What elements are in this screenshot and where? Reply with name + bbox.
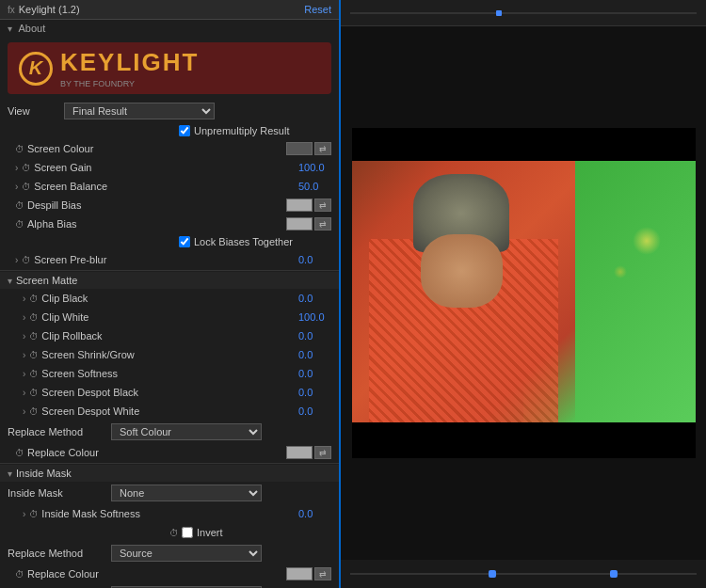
video-frame — [352, 161, 696, 422]
keylight-circle-icon: K — [19, 52, 53, 86]
clip-white-clock-icon: ⏱ — [29, 312, 39, 323]
plugin-title: Keylight (1.2) — [19, 4, 80, 15]
clip-black-row: › ⏱ Clip Black 0.0 — [0, 289, 339, 308]
inside-replace-colour-clock-icon: ⏱ — [15, 569, 24, 580]
fx-label: fx — [8, 5, 15, 15]
screen-softness-arrow[interactable]: › — [23, 369, 25, 379]
inside-replace-method-label: Replace Method — [8, 548, 111, 559]
screen-pre-blur-row: › ⏱ Screen Pre-blur 0.0 — [0, 250, 339, 269]
inside-mask-select-label: Inside Mask — [8, 487, 111, 499]
screen-despot-black-clock-icon: ⏱ — [29, 388, 39, 398]
inside-mask-header[interactable]: ▾ Inside Mask — [0, 465, 339, 482]
lock-biases-checkbox[interactable] — [179, 236, 190, 247]
inside-replace-method-dropdown[interactable]: Source — [111, 545, 262, 562]
preview-area — [341, 26, 706, 560]
clip-rollback-arrow[interactable]: › — [23, 331, 25, 342]
screen-pre-blur-label: Screen Pre-blur — [34, 254, 295, 265]
screen-despot-black-arrow[interactable]: › — [23, 388, 25, 398]
clip-rollback-label: Clip Rollback — [41, 330, 295, 342]
screen-despot-black-value: 0.0 — [298, 387, 331, 398]
clip-black-clock-icon: ⏱ — [29, 294, 39, 304]
clip-black-arrow[interactable]: › — [23, 294, 25, 304]
screen-gain-clock-icon: ⏱ — [22, 163, 31, 173]
keylight-text-group: KEYLIGHT BY THE FOUNDRY — [60, 48, 199, 88]
about-expand-arrow[interactable]: ▾ — [8, 24, 12, 34]
inside-invert-row: ⏱ Invert — [0, 523, 339, 542]
alpha-bias-swatch-light[interactable] — [286, 217, 313, 230]
lens-flare-small — [614, 265, 627, 278]
despill-bias-swap[interactable]: ⇄ — [314, 199, 331, 212]
top-timeline-bar — [350, 12, 697, 14]
screen-despot-white-clock-icon: ⏱ — [29, 406, 39, 417]
clip-rollback-clock-icon: ⏱ — [29, 331, 39, 342]
inside-mask-select-row: Inside Mask None — [0, 482, 339, 504]
screen-gain-row: › ⏱ Screen Gain 100.0 — [0, 158, 339, 177]
screen-softness-label: Screen Softness — [41, 368, 295, 379]
top-timeline-marker — [496, 10, 502, 16]
clip-white-arrow[interactable]: › — [23, 312, 25, 323]
inside-invert-label: Invert — [197, 527, 331, 538]
despill-bias-swatch: ⇄ — [286, 199, 331, 212]
timeline-bar — [350, 573, 697, 575]
alpha-bias-row: ⏱ Alpha Bias ⇄ — [0, 215, 339, 233]
screen-pre-blur-clock-icon: ⏱ — [22, 255, 31, 265]
replace-colour-label: Replace Colour — [27, 447, 282, 458]
screen-despot-black-label: Screen Despot Black — [41, 387, 295, 398]
keylight-subtitle: BY THE FOUNDRY — [60, 79, 199, 88]
despill-bias-row: ⏱ Despill Bias ⇄ — [0, 196, 339, 215]
divider-1 — [0, 270, 339, 271]
screen-gain-value: 100.0 — [298, 162, 331, 173]
divider-2 — [0, 463, 339, 464]
inside-replace-colour-swap[interactable]: ⇄ — [314, 567, 331, 580]
inside-replace-colour-row: ⏱ Replace Colour ⇄ — [0, 564, 339, 583]
face-area — [421, 234, 504, 308]
bottom-timeline — [341, 560, 706, 588]
clip-rollback-value: 0.0 — [298, 330, 331, 342]
screen-despot-black-row: › ⏱ Screen Despot Black 0.0 — [0, 383, 339, 402]
screen-colour-swap[interactable]: ⇄ — [314, 142, 331, 155]
inside-invert-checkbox[interactable] — [182, 527, 193, 538]
alpha-bias-swap[interactable]: ⇄ — [314, 217, 331, 230]
despill-bias-label: Despill Bias — [27, 199, 282, 211]
inside-mask-dropdown[interactable]: None — [111, 485, 262, 501]
reset-button[interactable]: Reset — [304, 4, 331, 15]
unpremultiply-checkbox[interactable] — [179, 125, 190, 136]
screen-colour-swatch-dark[interactable] — [286, 142, 313, 155]
replace-colour-swap[interactable]: ⇄ — [314, 446, 331, 459]
screen-despot-white-row: › ⏱ Screen Despot White 0.0 — [0, 402, 339, 421]
inside-mask-softness-label: Inside Mask Softness — [41, 508, 295, 519]
screen-balance-arrow[interactable]: › — [15, 182, 18, 192]
unpremultiply-label: Unpremultiply Result — [194, 125, 289, 136]
left-panel: fx Keylight (1.2) Reset ▾ About K KEYLIG… — [0, 0, 341, 588]
inside-mask-softness-arrow[interactable]: › — [23, 509, 25, 519]
inside-mask-label: Inside Mask — [16, 468, 72, 479]
replace-colour-swatch-light[interactable] — [286, 446, 313, 459]
screen-shrink-label: Screen Shrink/Grow — [41, 349, 295, 360]
screen-matte-arrow[interactable]: ▾ — [8, 276, 12, 286]
screen-balance-clock-icon: ⏱ — [22, 182, 31, 192]
inside-replace-colour-swatch: ⇄ — [286, 567, 331, 580]
screen-colour-label: Screen Colour — [27, 143, 282, 154]
screen-softness-value: 0.0 — [298, 368, 331, 379]
replace-method-dropdown[interactable]: Soft Colour — [111, 423, 262, 440]
inside-invert-clock-icon: ⏱ — [169, 528, 179, 538]
inside-mask-arrow[interactable]: ▾ — [8, 469, 12, 479]
despill-bias-swatch-light[interactable] — [286, 199, 313, 212]
unpremultiply-row: Unpremultiply Result — [0, 122, 339, 139]
letterbox-top — [352, 128, 696, 161]
timeline-marker-right — [610, 570, 618, 578]
despill-bias-clock-icon: ⏱ — [15, 200, 24, 211]
screen-despot-white-arrow[interactable]: › — [23, 406, 25, 417]
inside-mask-softness-row: › ⏱ Inside Mask Softness 0.0 — [0, 504, 339, 523]
replace-colour-row: ⏱ Replace Colour ⇄ — [0, 443, 339, 462]
screen-pre-blur-arrow[interactable]: › — [15, 255, 18, 265]
screen-matte-header[interactable]: ▾ Screen Matte — [0, 272, 339, 289]
screen-gain-arrow[interactable]: › — [15, 163, 18, 173]
about-row: ▾ About — [0, 20, 339, 37]
view-dropdown[interactable]: Final Result — [64, 103, 215, 119]
inside-replace-colour-swatch-light[interactable] — [286, 567, 313, 580]
screen-shrink-arrow[interactable]: › — [23, 350, 25, 360]
letterbox-bottom — [352, 422, 696, 458]
screen-balance-label: Screen Balance — [34, 181, 295, 192]
keylight-banner: K KEYLIGHT BY THE FOUNDRY — [8, 42, 331, 94]
